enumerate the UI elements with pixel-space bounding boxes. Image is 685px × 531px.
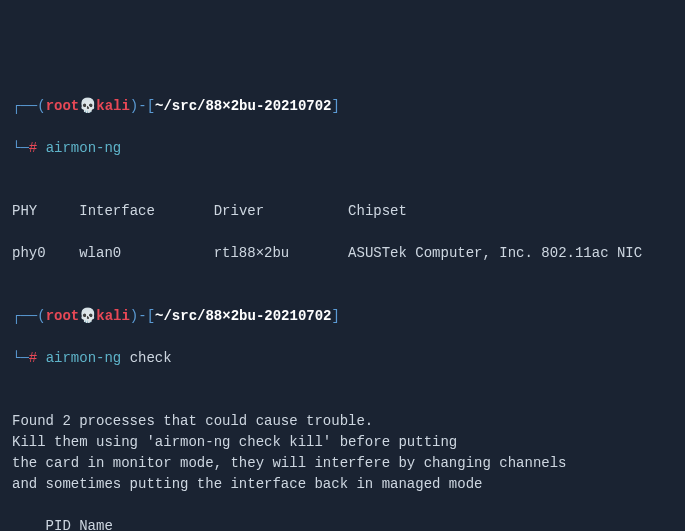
corner-top-icon: ┌── bbox=[12, 308, 37, 324]
dash: - bbox=[138, 308, 146, 324]
output-line: Found 2 processes that could cause troub… bbox=[12, 413, 373, 429]
output-line: Kill them using 'airmon-ng check kill' b… bbox=[12, 434, 457, 450]
prompt-2-top: ┌──(root💀kali)-[~/src/88×2bu-20210702] bbox=[12, 306, 673, 327]
prompt-path: ~/src/88×2bu-20210702 bbox=[155, 308, 331, 324]
prompt-user: root bbox=[46, 308, 80, 324]
prompt-2-bottom[interactable]: └─# airmon-ng check bbox=[12, 348, 673, 369]
val-interface: wlan0 bbox=[79, 245, 121, 261]
prompt-1-top: ┌──(root💀kali)-[~/src/88×2bu-20210702] bbox=[12, 96, 673, 117]
bracket-close: ] bbox=[332, 308, 340, 324]
prompt-host: kali bbox=[96, 98, 130, 114]
corner-bottom-icon: └─ bbox=[12, 350, 29, 366]
corner-top-icon: ┌── bbox=[12, 98, 37, 114]
output-line: and sometimes putting the interface back… bbox=[12, 476, 482, 492]
paren-close: ) bbox=[130, 308, 138, 324]
paren-close: ) bbox=[130, 98, 138, 114]
paren-open: ( bbox=[37, 308, 45, 324]
prompt-hash: # bbox=[29, 350, 37, 366]
command-2: airmon-ng bbox=[46, 350, 122, 366]
col-phy: PHY bbox=[12, 203, 37, 219]
col-driver: Driver bbox=[214, 203, 264, 219]
corner-bottom-icon: └─ bbox=[12, 140, 29, 156]
val-driver: rtl88×2bu bbox=[214, 245, 290, 261]
bracket-open: [ bbox=[147, 98, 155, 114]
dash: - bbox=[138, 98, 146, 114]
output-line: the card in monitor mode, they will inte… bbox=[12, 455, 567, 471]
prompt-user: root bbox=[46, 98, 80, 114]
paren-open: ( bbox=[37, 98, 45, 114]
skull-icon: 💀 bbox=[79, 308, 96, 324]
command-2-args: check bbox=[130, 350, 172, 366]
prompt-path: ~/src/88×2bu-20210702 bbox=[155, 98, 331, 114]
prompt-host: kali bbox=[96, 308, 130, 324]
col-chipset: Chipset bbox=[348, 203, 407, 219]
skull-icon: 💀 bbox=[79, 98, 96, 114]
val-phy: phy0 bbox=[12, 245, 46, 261]
process-header: PID Name bbox=[12, 518, 113, 531]
table-row: phy0 wlan0 rtl88×2bu ASUSTek Computer, I… bbox=[12, 245, 642, 261]
table-header: PHY Interface Driver Chipset bbox=[12, 203, 407, 219]
bracket-close: ] bbox=[332, 98, 340, 114]
prompt-hash: # bbox=[29, 140, 37, 156]
bracket-open: [ bbox=[147, 308, 155, 324]
col-interface: Interface bbox=[79, 203, 155, 219]
val-chipset: ASUSTek Computer, Inc. 802.11ac NIC bbox=[348, 245, 642, 261]
command-1: airmon-ng bbox=[46, 140, 122, 156]
prompt-1-bottom[interactable]: └─# airmon-ng bbox=[12, 138, 673, 159]
